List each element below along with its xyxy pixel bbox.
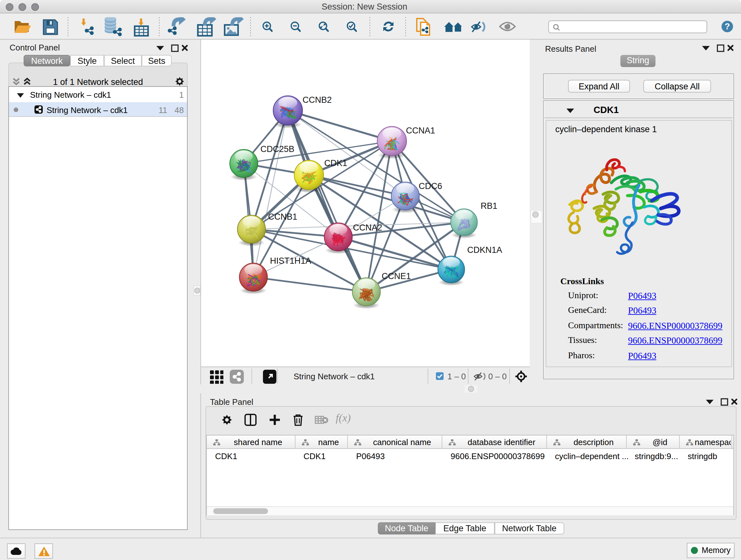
svg-text:CDC25B: CDC25B	[260, 144, 294, 154]
svg-text:?: ?	[725, 22, 730, 31]
svg-text:RB1: RB1	[481, 201, 497, 211]
svg-text:CDC6: CDC6	[419, 181, 442, 191]
svg-text:CCNA2: CCNA2	[353, 223, 382, 233]
svg-text:CDKN1A: CDKN1A	[467, 245, 502, 255]
svg-text:CCNA1: CCNA1	[406, 126, 435, 135]
svg-text:HIST1H1A: HIST1H1A	[270, 256, 311, 266]
svg-text:CCNE1: CCNE1	[382, 271, 411, 281]
svg-text:CCNB2: CCNB2	[302, 95, 332, 105]
svg-text:CDK1: CDK1	[324, 159, 347, 168]
svg-text:CCNB1: CCNB1	[268, 212, 297, 222]
